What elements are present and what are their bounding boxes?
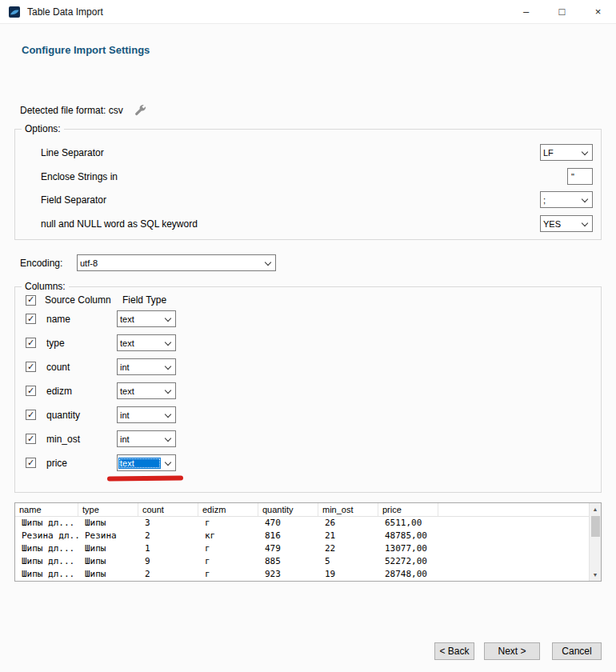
app-icon: [8, 6, 21, 18]
preview-header-row: name type count edizm quantity min_ost p…: [15, 503, 601, 517]
column-checkbox[interactable]: ✓: [26, 458, 36, 468]
cell: кг: [198, 530, 258, 542]
column-checkbox[interactable]: ✓: [26, 410, 36, 420]
field-separator-value: ;: [542, 194, 578, 206]
column-name: min_ost: [46, 434, 117, 445]
cell: 22: [318, 542, 378, 555]
line-separator-label: Line Separator: [41, 147, 104, 158]
options-group: Options: Line Separator LF Enclose Strin…: [14, 129, 602, 240]
check-icon: ✓: [27, 338, 34, 347]
table-row: Шипы дл... Шипы 9 г 885 5 52272,00: [15, 555, 601, 568]
table-row: Резина дл... Резина 2 кг 816 21 48785,00: [15, 530, 601, 542]
cell: 19: [318, 568, 378, 581]
preview-header-edizm: edizm: [198, 503, 258, 516]
field-type-select[interactable]: text: [117, 382, 176, 399]
cell: 3: [138, 517, 198, 530]
window-title: Table Data Import: [27, 6, 103, 18]
cell: 1: [138, 542, 198, 555]
null-keyword-label: null and NULL word as SQL keyword: [41, 218, 198, 230]
cell: Шипы: [78, 568, 138, 581]
field-type-header: Field Type: [122, 294, 166, 306]
preview-header-quantity: quantity: [258, 503, 318, 516]
maximize-button[interactable]: □: [544, 0, 580, 23]
check-icon: ✓: [27, 295, 34, 304]
option-row-line-separator: Line Separator LF: [41, 144, 593, 161]
cell: 816: [258, 530, 318, 542]
column-row-name: ✓ name text: [26, 310, 176, 327]
cell: 470: [258, 517, 318, 530]
options-legend: Options:: [22, 123, 64, 134]
cell: 2: [138, 568, 198, 581]
cell: Шипы дл...: [15, 555, 78, 568]
scroll-thumb[interactable]: [591, 516, 600, 537]
minimize-button[interactable]: –: [508, 0, 544, 23]
field-type-select[interactable]: int: [117, 406, 176, 423]
cell: 923: [258, 568, 318, 581]
cell: г: [198, 568, 258, 581]
wrench-icon[interactable]: [134, 104, 146, 116]
columns-legend: Columns:: [22, 281, 69, 292]
column-row-price: ✓ price text: [26, 454, 176, 471]
null-keyword-select[interactable]: YES: [540, 215, 593, 232]
field-type-select[interactable]: text: [117, 334, 176, 351]
field-type-value: int: [118, 410, 161, 421]
field-type-select[interactable]: int: [117, 358, 176, 375]
column-checkbox[interactable]: ✓: [26, 386, 36, 396]
cell: Резина дл...: [15, 530, 78, 542]
chevron-down-icon: [265, 258, 271, 265]
column-name: edizm: [46, 386, 117, 397]
cell: 26: [318, 517, 378, 530]
cell: Шипы дл...: [15, 568, 78, 581]
check-icon: ✓: [27, 458, 34, 467]
back-button[interactable]: < Back: [434, 642, 474, 660]
column-name: count: [46, 362, 117, 373]
line-separator-select[interactable]: LF: [540, 144, 593, 161]
cell: Резина: [78, 530, 138, 542]
chevron-down-icon: [165, 434, 171, 441]
field-type-value: int: [118, 362, 161, 373]
scroll-down-icon[interactable]: ▼: [590, 569, 601, 581]
preview-header-min-ost: min_ost: [318, 503, 378, 516]
table-row: Шипы дл... Шипы 2 г 923 19 28748,00: [15, 568, 601, 581]
column-name: name: [46, 314, 117, 325]
cell: 6511,00: [378, 517, 438, 530]
chevron-down-icon: [582, 219, 588, 226]
columns-header-row: ✓ Source Column Field Type: [26, 294, 166, 306]
preview-header-price: price: [378, 503, 438, 516]
enclose-strings-input[interactable]: [567, 168, 593, 185]
column-checkbox[interactable]: ✓: [26, 362, 36, 372]
next-button[interactable]: Next >: [484, 642, 540, 660]
column-checkbox[interactable]: ✓: [26, 314, 36, 324]
column-name: quantity: [46, 410, 117, 421]
column-checkbox[interactable]: ✓: [26, 338, 36, 348]
select-all-checkbox[interactable]: ✓: [26, 295, 36, 306]
preview-header-count: count: [138, 503, 198, 516]
field-type-select[interactable]: int: [117, 430, 176, 447]
check-icon: ✓: [27, 434, 34, 443]
field-separator-select[interactable]: ;: [540, 191, 593, 208]
field-type-value: text: [118, 314, 161, 325]
cell: г: [198, 542, 258, 555]
table-row: Шипы дл... Шипы 1 г 479 22 13077,00: [15, 542, 601, 555]
cell: Шипы: [78, 542, 138, 555]
encoding-value: utf-8: [78, 258, 261, 269]
cell: 13077,00: [378, 542, 438, 555]
close-button[interactable]: ×: [580, 0, 616, 23]
field-separator-label: Field Separator: [41, 194, 106, 206]
cell: 2: [138, 530, 198, 542]
scroll-up-icon[interactable]: ▲: [590, 503, 601, 515]
encoding-select[interactable]: utf-8: [77, 254, 276, 271]
field-type-select-price[interactable]: text: [117, 454, 176, 471]
columns-group: Columns: ✓ Source Column Field Type ✓ na…: [14, 286, 602, 493]
column-checkbox[interactable]: ✓: [26, 434, 36, 444]
preview-header-type: type: [78, 503, 138, 516]
cell: 479: [258, 542, 318, 555]
cancel-button[interactable]: Cancel: [552, 642, 602, 660]
field-type-select[interactable]: text: [117, 310, 176, 327]
column-row-quantity: ✓ quantity int: [26, 406, 176, 423]
check-icon: ✓: [27, 410, 34, 419]
vertical-scrollbar[interactable]: ▲ ▼: [589, 503, 601, 581]
chevron-down-icon: [165, 386, 171, 393]
cell: Шипы дл...: [15, 542, 78, 555]
cell: г: [198, 517, 258, 530]
